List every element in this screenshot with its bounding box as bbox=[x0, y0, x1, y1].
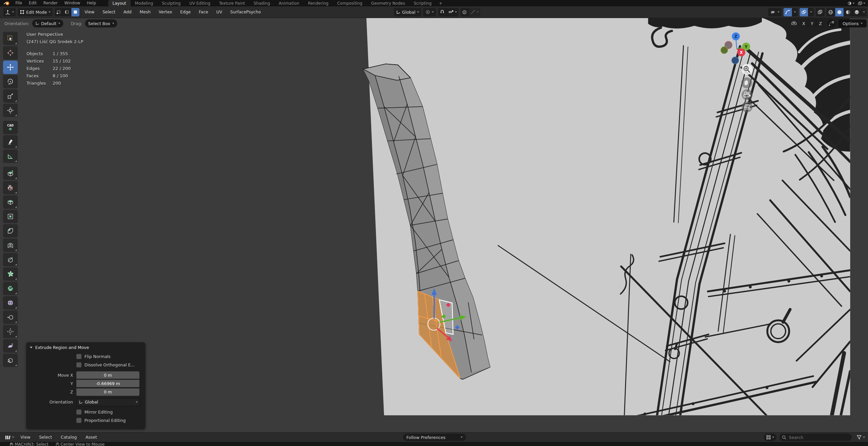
tool-loop-cut[interactable] bbox=[3, 239, 18, 252]
move-z-field[interactable]: 0 m bbox=[76, 388, 140, 396]
tool-transform[interactable] bbox=[3, 104, 18, 117]
tab-texture-paint[interactable]: Texture Paint bbox=[215, 0, 249, 6]
mirror-x-button[interactable]: X bbox=[800, 20, 808, 28]
display-mode-dropdown[interactable] bbox=[764, 434, 777, 441]
menu-help[interactable]: Help bbox=[84, 0, 99, 6]
material-preview-button[interactable] bbox=[844, 8, 852, 16]
overlays-dropdown[interactable] bbox=[808, 8, 814, 16]
rendered-shading-button[interactable] bbox=[852, 8, 861, 16]
asset-menu-asset[interactable]: Asset bbox=[81, 433, 101, 442]
nav-axis-neg-z[interactable] bbox=[732, 57, 739, 64]
proportional-editing-toggle[interactable] bbox=[461, 8, 469, 16]
tool-inset-faces[interactable] bbox=[3, 210, 18, 223]
tool-scale[interactable] bbox=[3, 89, 18, 103]
options-dropdown[interactable]: Options bbox=[839, 20, 867, 28]
mirror-y-button[interactable]: Y bbox=[808, 20, 816, 28]
transform-orientation-dropdown[interactable]: Global bbox=[394, 8, 421, 16]
menu-select[interactable]: Select bbox=[99, 6, 119, 18]
dissolve-orthogonal-checkbox[interactable] bbox=[76, 363, 82, 367]
proportional-falloff-dropdown[interactable] bbox=[469, 8, 480, 16]
mirror-z-button[interactable]: Z bbox=[816, 20, 825, 28]
move-x-field[interactable]: 0 m bbox=[76, 371, 140, 379]
move-y-field[interactable]: -0.66969 m bbox=[76, 380, 140, 387]
edge-select-button[interactable] bbox=[63, 8, 71, 16]
ortho-toggle-button[interactable] bbox=[742, 101, 753, 112]
tool-add-cube[interactable] bbox=[3, 167, 18, 180]
menu-window[interactable]: Window bbox=[61, 0, 84, 6]
tool-orientation-dropdown[interactable]: Default bbox=[32, 20, 64, 28]
menu-vertex[interactable]: Vertex bbox=[156, 6, 175, 18]
snap-toggle-button[interactable] bbox=[438, 8, 446, 16]
camera-view-button[interactable] bbox=[742, 89, 753, 100]
tab-modeling[interactable]: Modeling bbox=[131, 0, 158, 6]
tool-box-cut[interactable] bbox=[3, 181, 18, 195]
tab-geometry-nodes[interactable]: Geometry Nodes bbox=[367, 0, 409, 6]
proportional-editing-checkbox[interactable] bbox=[76, 418, 82, 423]
xray-toggle[interactable] bbox=[816, 8, 825, 16]
import-method-dropdown[interactable]: Follow Preferences bbox=[403, 434, 466, 441]
object-visibility-dropdown[interactable] bbox=[768, 8, 781, 16]
mode-dropdown[interactable]: Edit Mode bbox=[18, 8, 53, 16]
filter-dropdown[interactable] bbox=[854, 434, 867, 441]
menu-render[interactable]: Render bbox=[40, 0, 61, 6]
tool-move[interactable] bbox=[3, 61, 18, 74]
tool-spin[interactable] bbox=[3, 282, 18, 295]
tab-layout[interactable]: Layout bbox=[108, 0, 131, 6]
tab-rendering[interactable]: Rendering bbox=[304, 0, 333, 6]
menu-add[interactable]: Add bbox=[120, 6, 134, 18]
snap-base-button[interactable] bbox=[827, 20, 836, 28]
tab-shading[interactable]: Shading bbox=[249, 0, 274, 6]
drag-mode-dropdown[interactable]: Select Box bbox=[85, 20, 117, 28]
tool-tweak-select[interactable] bbox=[3, 32, 18, 45]
operator-panel-header[interactable]: Extrude Region and Move bbox=[26, 342, 145, 352]
menu-edge[interactable]: Edge bbox=[177, 6, 194, 18]
tool-measure[interactable] bbox=[3, 149, 18, 163]
asset-editor-type-button[interactable] bbox=[5, 435, 14, 440]
asset-menu-view[interactable]: View bbox=[16, 433, 35, 442]
snap-settings-button[interactable] bbox=[446, 8, 459, 16]
tab-scripting[interactable]: Scripting bbox=[409, 0, 436, 6]
tool-bevel[interactable] bbox=[3, 224, 18, 238]
search-input[interactable] bbox=[788, 435, 840, 440]
scene-selector[interactable] bbox=[847, 1, 855, 5]
tool-smooth[interactable] bbox=[3, 296, 18, 309]
vertex-select-button[interactable] bbox=[55, 8, 63, 16]
blender-logo-icon[interactable] bbox=[0, 1, 12, 6]
pan-button[interactable] bbox=[741, 77, 752, 88]
add-workspace-button[interactable]: + bbox=[436, 0, 445, 6]
zoom-button[interactable] bbox=[742, 64, 753, 75]
wireframe-shading-button[interactable] bbox=[827, 8, 835, 16]
tool-edge-slide[interactable] bbox=[3, 310, 18, 324]
tool-shrink-fatten[interactable] bbox=[3, 325, 18, 338]
asset-menu-catalog[interactable]: Catalog bbox=[56, 433, 81, 442]
tool-rip-region[interactable] bbox=[3, 354, 18, 367]
menu-file[interactable]: File bbox=[12, 0, 26, 6]
gizmos-dropdown[interactable] bbox=[792, 8, 798, 16]
asset-search[interactable] bbox=[779, 434, 851, 441]
tool-rotate[interactable] bbox=[3, 75, 18, 88]
tab-uv-editing[interactable]: UV Editing bbox=[185, 0, 215, 6]
tool-cad-transform[interactable]: CAD bbox=[3, 121, 18, 134]
show-gizmos-toggle[interactable] bbox=[783, 8, 792, 16]
tool-knife[interactable] bbox=[3, 253, 18, 266]
shading-dropdown[interactable] bbox=[861, 8, 867, 16]
menu-face[interactable]: Face bbox=[196, 6, 211, 18]
tool-shear[interactable] bbox=[3, 339, 18, 353]
menu-edit[interactable]: Edit bbox=[26, 0, 40, 6]
tool-extrude-region[interactable] bbox=[3, 195, 18, 209]
menu-view[interactable]: View bbox=[82, 6, 97, 18]
editor-type-button[interactable] bbox=[3, 8, 16, 16]
pivot-point-dropdown[interactable] bbox=[423, 8, 436, 16]
menu-surfacepsycho[interactable]: SurfacePsycho bbox=[227, 6, 264, 18]
asset-menu-select[interactable]: Select bbox=[35, 433, 57, 442]
tool-annotate[interactable] bbox=[3, 135, 18, 148]
show-overlays-toggle[interactable] bbox=[800, 8, 808, 16]
tab-sculpting[interactable]: Sculpting bbox=[157, 0, 185, 6]
menu-uv[interactable]: UV bbox=[213, 6, 225, 18]
panel-orientation-dropdown[interactable]: Global bbox=[76, 398, 140, 406]
tab-animation[interactable]: Animation bbox=[274, 0, 304, 6]
tool-cursor[interactable] bbox=[3, 46, 18, 60]
mirror-editing-checkbox[interactable] bbox=[76, 410, 82, 415]
menu-mesh[interactable]: Mesh bbox=[137, 6, 154, 18]
solid-shading-button[interactable] bbox=[835, 8, 844, 16]
